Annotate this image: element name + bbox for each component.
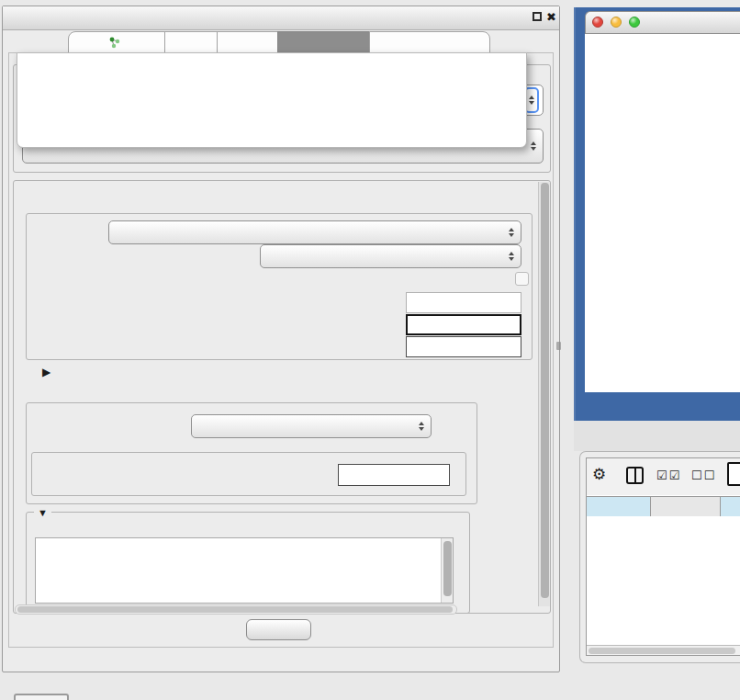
mi-steps-field[interactable]: [406, 336, 521, 357]
settings-vertical-scrollbar[interactable]: [538, 182, 550, 606]
close-window-icon[interactable]: ✖: [546, 10, 556, 24]
table-panel-titlebar[interactable]: [574, 421, 740, 451]
float-window-icon[interactable]: [533, 12, 542, 21]
partial-bottom-button[interactable]: [14, 694, 69, 700]
dropdown-item-0[interactable]: [18, 68, 521, 83]
mac-minimize-button[interactable]: [611, 17, 622, 28]
mi-threshold-field[interactable]: [338, 464, 450, 486]
network-window-titlebar[interactable]: [585, 11, 740, 34]
column-header-shared-name[interactable]: [587, 497, 651, 517]
which-threshold-combo[interactable]: [191, 414, 432, 438]
kernel-width-field[interactable]: [406, 292, 521, 313]
mac-close-button[interactable]: [592, 17, 603, 28]
mac-zoom-button[interactable]: [629, 17, 640, 28]
unchecked-pair-icon[interactable]: ☐☐: [691, 469, 716, 482]
manual-kernel-checkbox[interactable]: [515, 272, 529, 286]
panel-splitter-handle[interactable]: [556, 342, 561, 350]
mi-type-combo[interactable]: [260, 244, 521, 268]
attribute-list[interactable]: [35, 537, 454, 604]
dropdown-item-4[interactable]: [18, 127, 521, 141]
apply-button[interactable]: [246, 619, 311, 640]
combo-stepper[interactable]: [527, 141, 539, 151]
hub-definition-toggle[interactable]: ▶: [37, 365, 50, 378]
tab-jactivemnodules[interactable]: [369, 31, 490, 53]
document-icon[interactable]: [727, 462, 740, 486]
tab-cyni-toolbox[interactable]: [277, 31, 370, 53]
tab-style[interactable]: [164, 31, 218, 53]
combo-stepper[interactable]: [505, 252, 517, 261]
control-panel-titlebar[interactable]: [3, 6, 559, 30]
tab-select[interactable]: [217, 31, 278, 53]
dropdown-item-2[interactable]: [18, 97, 521, 112]
checked-pair-icon[interactable]: ☑☑: [656, 469, 681, 482]
screen: ✖ ▶: [0, 0, 740, 700]
sources-title[interactable]: ▼: [34, 505, 51, 520]
attribute-list-scrollbar[interactable]: [441, 538, 453, 603]
dpi-tolerance-field[interactable]: [406, 314, 521, 335]
table-header-row: [587, 496, 740, 516]
settings-horizontal-scrollbar[interactable]: [15, 604, 457, 615]
aracne-mode-combo[interactable]: [108, 220, 521, 244]
table-horizontal-scrollbar[interactable]: [587, 645, 740, 655]
combo-stepper[interactable]: [415, 422, 427, 431]
combo-stepper[interactable]: [505, 228, 517, 237]
column-header-partial[interactable]: [721, 497, 740, 517]
column-header-name[interactable]: [651, 497, 721, 517]
collapse-triangle-icon[interactable]: ▼: [38, 507, 48, 518]
dropdown-item-1[interactable]: [18, 83, 521, 97]
gear-icon[interactable]: ⚙: [592, 465, 606, 484]
expand-triangle-icon[interactable]: ▶: [42, 366, 50, 378]
tab-network[interactable]: [68, 31, 165, 53]
dropdown-item-3[interactable]: [18, 112, 521, 127]
table-rows: [587, 516, 740, 645]
dropdown-item-5[interactable]: [18, 141, 521, 156]
split-columns-icon[interactable]: [626, 467, 644, 484]
network-tab-icon: [108, 37, 120, 49]
network-canvas[interactable]: [585, 34, 740, 392]
